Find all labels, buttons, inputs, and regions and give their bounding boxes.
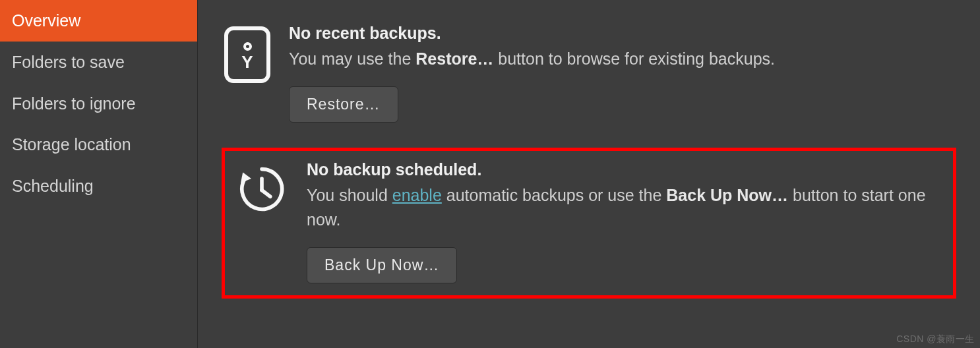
sidebar-item-folders-to-save[interactable]: Folders to save: [0, 42, 197, 83]
watermark: CSDN @蓑雨一生: [896, 334, 975, 345]
backup-desc-b: automatic backups or use the: [442, 186, 666, 204]
sidebar-item-folders-to-ignore[interactable]: Folders to ignore: [0, 83, 197, 125]
sidebar-item-scheduling[interactable]: Scheduling: [0, 165, 197, 207]
backup-now-button[interactable]: Back Up Now…: [307, 247, 457, 283]
sidebar-item-storage-location[interactable]: Storage location: [0, 124, 197, 165]
backup-description: You should enable automatic backups or u…: [307, 183, 948, 233]
backup-section: No backup scheduled. You should enable a…: [222, 148, 956, 299]
enable-link[interactable]: enable: [392, 186, 442, 204]
restore-button[interactable]: Restore…: [289, 86, 398, 123]
restore-desc-strong: Restore…: [415, 49, 493, 68]
clock-history-icon: [235, 160, 288, 218]
restore-section: Y No recent backups. You may use the Res…: [222, 18, 956, 128]
svg-marker-0: [241, 172, 251, 183]
safe-icon: Y: [224, 24, 270, 83]
sidebar: Overview Folders to save Folders to igno…: [0, 0, 198, 348]
svg-line-2: [262, 190, 270, 196]
backup-title: No backup scheduled.: [307, 160, 948, 179]
restore-desc-before: You may use the: [289, 49, 415, 68]
restore-description: You may use the Restore… button to brows…: [289, 47, 954, 72]
backup-desc-strong: Back Up Now…: [666, 186, 788, 204]
restore-content: No recent backups. You may use the Resto…: [289, 24, 954, 123]
restore-desc-after: button to browse for existing backups.: [493, 49, 775, 68]
backup-desc-a: You should: [307, 186, 392, 204]
restore-title: No recent backups.: [289, 24, 954, 43]
main-panel: Y No recent backups. You may use the Res…: [198, 0, 980, 348]
backup-content: No backup scheduled. You should enable a…: [307, 160, 948, 283]
sidebar-item-overview[interactable]: Overview: [0, 0, 197, 42]
